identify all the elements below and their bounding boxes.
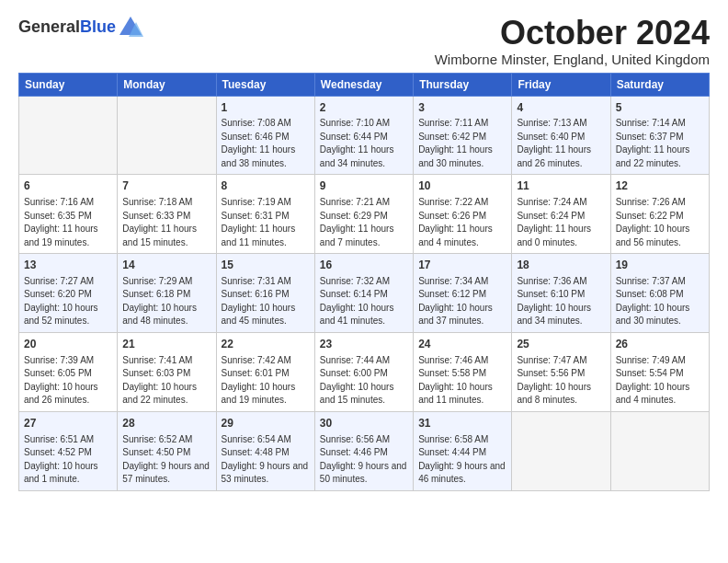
header-row: Sunday Monday Tuesday Wednesday Thursday…	[19, 73, 710, 96]
day-info: Sunrise: 7:16 AMSunset: 6:35 PMDaylight:…	[24, 196, 112, 249]
day-number: 23	[320, 337, 408, 352]
table-row: 20Sunrise: 7:39 AMSunset: 6:05 PMDayligh…	[19, 332, 118, 411]
table-row: 26Sunrise: 7:49 AMSunset: 5:54 PMDayligh…	[610, 332, 709, 411]
day-number: 9	[320, 178, 408, 194]
table-row: 12Sunrise: 7:26 AMSunset: 6:22 PMDayligh…	[610, 175, 709, 254]
day-info: Sunrise: 7:27 AMSunset: 6:20 PMDaylight:…	[24, 275, 112, 328]
table-row: 18Sunrise: 7:36 AMSunset: 6:10 PMDayligh…	[512, 254, 610, 333]
table-row: 10Sunrise: 7:22 AMSunset: 6:26 PMDayligh…	[414, 175, 512, 254]
day-number: 8	[222, 178, 310, 194]
table-row	[118, 96, 216, 175]
logo-blue: Blue	[80, 17, 116, 36]
day-info: Sunrise: 7:42 AMSunset: 6:01 PMDaylight:…	[222, 354, 310, 408]
table-row: 21Sunrise: 7:41 AMSunset: 6:03 PMDayligh…	[118, 332, 216, 411]
calendar-week-row: 6Sunrise: 7:16 AMSunset: 6:35 PMDaylight…	[19, 175, 710, 254]
day-number: 4	[517, 100, 605, 116]
day-number: 31	[418, 416, 506, 431]
table-row: 30Sunrise: 6:56 AMSunset: 4:46 PMDayligh…	[314, 411, 413, 490]
table-row: 23Sunrise: 7:44 AMSunset: 6:00 PMDayligh…	[314, 332, 413, 411]
calendar-week-row: 13Sunrise: 7:27 AMSunset: 6:20 PMDayligh…	[19, 254, 710, 333]
table-row: 9Sunrise: 7:21 AMSunset: 6:29 PMDaylight…	[314, 175, 413, 254]
table-row: 8Sunrise: 7:19 AMSunset: 6:31 PMDaylight…	[216, 175, 314, 254]
col-monday: Monday	[118, 73, 216, 96]
day-info: Sunrise: 7:34 AMSunset: 6:12 PMDaylight:…	[418, 275, 506, 328]
page: GeneralBlue October 2024 Wimborne Minste…	[0, 0, 728, 563]
table-row: 16Sunrise: 7:32 AMSunset: 6:14 PMDayligh…	[314, 254, 413, 333]
day-info: Sunrise: 7:49 AMSunset: 5:54 PMDaylight:…	[616, 354, 704, 408]
day-number: 21	[122, 337, 210, 352]
table-row: 25Sunrise: 7:47 AMSunset: 5:56 PMDayligh…	[512, 332, 610, 411]
day-info: Sunrise: 7:19 AMSunset: 6:31 PMDaylight:…	[222, 196, 310, 249]
table-row: 29Sunrise: 6:54 AMSunset: 4:48 PMDayligh…	[216, 411, 314, 490]
day-info: Sunrise: 7:41 AMSunset: 6:03 PMDaylight:…	[122, 354, 210, 408]
day-info: Sunrise: 7:46 AMSunset: 5:58 PMDaylight:…	[418, 354, 506, 408]
day-info: Sunrise: 7:31 AMSunset: 6:16 PMDaylight:…	[222, 275, 310, 328]
day-info: Sunrise: 7:11 AMSunset: 6:42 PMDaylight:…	[418, 117, 506, 170]
day-info: Sunrise: 6:54 AMSunset: 4:48 PMDaylight:…	[222, 433, 310, 487]
calendar-week-row: 20Sunrise: 7:39 AMSunset: 6:05 PMDayligh…	[19, 332, 710, 411]
day-number: 10	[418, 178, 506, 194]
day-number: 18	[517, 258, 605, 273]
day-info: Sunrise: 7:32 AMSunset: 6:14 PMDaylight:…	[320, 275, 408, 328]
day-number: 24	[418, 337, 506, 352]
table-row: 28Sunrise: 6:52 AMSunset: 4:50 PMDayligh…	[118, 411, 216, 490]
col-friday: Friday	[512, 73, 610, 96]
table-row: 22Sunrise: 7:42 AMSunset: 6:01 PMDayligh…	[216, 332, 314, 411]
day-info: Sunrise: 7:47 AMSunset: 5:56 PMDaylight:…	[517, 354, 605, 408]
day-info: Sunrise: 6:51 AMSunset: 4:52 PMDaylight:…	[24, 433, 112, 487]
table-row: 3Sunrise: 7:11 AMSunset: 6:42 PMDaylight…	[414, 96, 512, 175]
day-info: Sunrise: 7:10 AMSunset: 6:44 PMDaylight:…	[320, 117, 408, 170]
day-info: Sunrise: 7:22 AMSunset: 6:26 PMDaylight:…	[418, 196, 506, 249]
day-number: 14	[122, 258, 210, 273]
table-row	[19, 96, 118, 175]
day-info: Sunrise: 7:08 AMSunset: 6:46 PMDaylight:…	[222, 117, 310, 170]
calendar-table: Sunday Monday Tuesday Wednesday Thursday…	[18, 73, 710, 491]
table-row: 1Sunrise: 7:08 AMSunset: 6:46 PMDaylight…	[216, 96, 314, 175]
table-row: 11Sunrise: 7:24 AMSunset: 6:24 PMDayligh…	[512, 175, 610, 254]
day-number: 20	[24, 337, 112, 352]
table-row	[512, 411, 610, 490]
table-row: 19Sunrise: 7:37 AMSunset: 6:08 PMDayligh…	[610, 254, 709, 333]
table-row: 5Sunrise: 7:14 AMSunset: 6:37 PMDaylight…	[610, 96, 709, 175]
day-number: 19	[616, 258, 704, 273]
day-number: 28	[122, 416, 210, 431]
table-row: 24Sunrise: 7:46 AMSunset: 5:58 PMDayligh…	[414, 332, 512, 411]
day-info: Sunrise: 7:44 AMSunset: 6:00 PMDaylight:…	[320, 354, 408, 408]
day-number: 25	[517, 337, 605, 352]
title-block: October 2024 Wimborne Minster, England, …	[435, 15, 710, 67]
day-number: 2	[320, 100, 408, 116]
day-info: Sunrise: 7:26 AMSunset: 6:22 PMDaylight:…	[616, 196, 704, 249]
header: GeneralBlue October 2024 Wimborne Minste…	[18, 15, 710, 67]
day-number: 26	[616, 337, 704, 352]
col-sunday: Sunday	[19, 73, 118, 96]
day-info: Sunrise: 7:39 AMSunset: 6:05 PMDaylight:…	[24, 354, 112, 408]
table-row: 13Sunrise: 7:27 AMSunset: 6:20 PMDayligh…	[19, 254, 118, 333]
logo-icon	[118, 15, 143, 40]
day-info: Sunrise: 7:14 AMSunset: 6:37 PMDaylight:…	[616, 117, 704, 170]
day-number: 5	[616, 100, 704, 116]
day-info: Sunrise: 7:21 AMSunset: 6:29 PMDaylight:…	[320, 196, 408, 249]
day-number: 27	[24, 416, 112, 431]
col-tuesday: Tuesday	[216, 73, 314, 96]
table-row: 7Sunrise: 7:18 AMSunset: 6:33 PMDaylight…	[118, 175, 216, 254]
table-row: 6Sunrise: 7:16 AMSunset: 6:35 PMDaylight…	[19, 175, 118, 254]
day-number: 1	[222, 100, 310, 116]
calendar-week-row: 27Sunrise: 6:51 AMSunset: 4:52 PMDayligh…	[19, 411, 710, 490]
calendar-week-row: 1Sunrise: 7:08 AMSunset: 6:46 PMDaylight…	[19, 96, 710, 175]
day-info: Sunrise: 7:18 AMSunset: 6:33 PMDaylight:…	[122, 196, 210, 249]
col-thursday: Thursday	[414, 73, 512, 96]
col-saturday: Saturday	[610, 73, 709, 96]
day-info: Sunrise: 7:24 AMSunset: 6:24 PMDaylight:…	[517, 196, 605, 249]
day-info: Sunrise: 7:13 AMSunset: 6:40 PMDaylight:…	[517, 117, 605, 170]
day-info: Sunrise: 7:37 AMSunset: 6:08 PMDaylight:…	[616, 275, 704, 328]
month-title: October 2024	[435, 15, 710, 52]
day-info: Sunrise: 7:29 AMSunset: 6:18 PMDaylight:…	[122, 275, 210, 328]
day-number: 17	[418, 258, 506, 273]
table-row: 17Sunrise: 7:34 AMSunset: 6:12 PMDayligh…	[414, 254, 512, 333]
table-row: 15Sunrise: 7:31 AMSunset: 6:16 PMDayligh…	[216, 254, 314, 333]
logo: GeneralBlue	[18, 15, 143, 40]
day-number: 3	[418, 100, 506, 116]
day-number: 29	[222, 416, 310, 431]
day-info: Sunrise: 6:56 AMSunset: 4:46 PMDaylight:…	[320, 433, 408, 487]
day-info: Sunrise: 7:36 AMSunset: 6:10 PMDaylight:…	[517, 275, 605, 328]
